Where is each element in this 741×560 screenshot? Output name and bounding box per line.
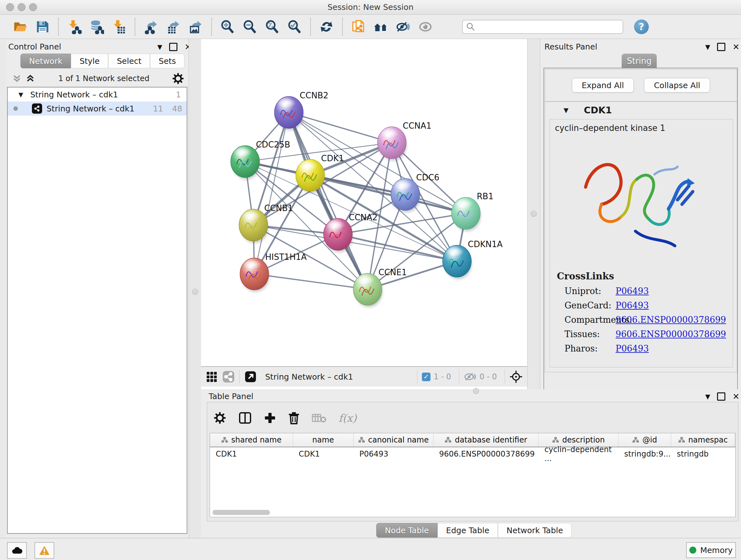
- show-all-button[interactable]: [414, 17, 436, 37]
- export-image-button[interactable]: [185, 17, 207, 37]
- open-in-new-window-icon[interactable]: [244, 370, 257, 383]
- column-header-@id[interactable]: @id: [618, 433, 671, 447]
- table-panel-close-icon[interactable]: ✕: [732, 392, 739, 401]
- cdk1-collapse-icon[interactable]: ▼: [563, 106, 568, 114]
- import-network-database-button[interactable]: [85, 17, 108, 37]
- network-options-gear-icon[interactable]: [172, 72, 184, 84]
- toolbar-separator: [211, 18, 212, 36]
- zoom-fit-content-button[interactable]: [261, 17, 283, 37]
- expand-all-networks-icon[interactable]: [25, 74, 36, 83]
- network-canvas[interactable]: CCNB2 CCNA1 CDC25B CDK1 CDC6 RB1: [201, 39, 527, 366]
- search-input[interactable]: [475, 22, 614, 32]
- node-CCNB1[interactable]: CCNB1: [239, 203, 293, 243]
- table-row[interactable]: CDK1CDK1P064939606.ENSP00000378699cyclin…: [210, 447, 735, 461]
- grid-view-icon[interactable]: [205, 371, 218, 383]
- create-column-plus-icon[interactable]: [264, 412, 276, 424]
- hide-selected-button[interactable]: [392, 17, 414, 37]
- column-header-name[interactable]: name: [293, 433, 354, 447]
- crosslink-link[interactable]: 9606.ENSP00000378699: [616, 315, 726, 325]
- tab-style[interactable]: Style: [71, 54, 108, 68]
- crosslink-label: Tissues:: [564, 329, 616, 339]
- new-network-from-selection-button[interactable]: [347, 17, 369, 37]
- zoom-in-button[interactable]: [216, 17, 239, 37]
- first-neighbors-button[interactable]: [369, 17, 392, 37]
- column-namespace-icon: [552, 437, 559, 443]
- help-button[interactable]: ?: [634, 19, 649, 34]
- edge-CCNB2-HIST1H1A[interactable]: [254, 112, 289, 274]
- edge-CCNB2-CCNA1[interactable]: [289, 112, 392, 143]
- collapse-all-networks-icon[interactable]: [11, 74, 22, 83]
- horizontal-scrollbar[interactable]: [212, 510, 270, 515]
- cloud-button[interactable]: [7, 542, 27, 559]
- node-label-CCNB2: CCNB2: [300, 91, 328, 100]
- crosslink-link[interactable]: P06493: [616, 286, 649, 296]
- results-panel-maximize-icon[interactable]: [717, 43, 725, 51]
- column-header-namespac[interactable]: namespac: [671, 433, 735, 447]
- save-session-button[interactable]: [31, 17, 54, 37]
- node-label-CCNB1: CCNB1: [264, 203, 293, 213]
- tab-edge-table[interactable]: Edge Table: [437, 523, 498, 538]
- collapse-all-button[interactable]: Collapse All: [644, 78, 710, 92]
- node-RB1[interactable]: RB1: [452, 192, 493, 231]
- expand-all-button[interactable]: Expand All: [572, 78, 634, 92]
- tab-network[interactable]: Network: [20, 54, 71, 68]
- tab-sets[interactable]: Sets: [150, 54, 185, 68]
- delete-table-icon: [312, 413, 327, 423]
- right-splitter-handle[interactable]: [531, 211, 537, 217]
- open-session-button[interactable]: [9, 17, 31, 37]
- search-box[interactable]: [462, 20, 623, 34]
- network-birds-eye-icon[interactable]: [222, 370, 235, 383]
- export-network-button[interactable]: [140, 17, 162, 37]
- crosslink-link[interactable]: 9606.ENSP00000378699: [616, 329, 726, 339]
- control-panel-float-icon[interactable]: ▼: [157, 43, 162, 51]
- crosslink-label: Pharos:: [564, 344, 616, 354]
- zoom-selected-button[interactable]: [283, 17, 306, 37]
- node-CCNE1[interactable]: CCNE1: [353, 267, 407, 307]
- network-tree: ▼ String Network – cdk1 1 String Network…: [7, 87, 187, 534]
- results-panel: Results Panel ▼ ✕ String Expand All Coll…: [541, 39, 741, 389]
- table-panel-splitter-handle[interactable]: [473, 388, 479, 394]
- memory-button[interactable]: Memory: [686, 542, 736, 558]
- tab-select[interactable]: Select: [108, 54, 150, 68]
- network-row[interactable]: String Network – cdk1 11 48: [8, 102, 187, 116]
- zoom-out-button[interactable]: [239, 17, 261, 37]
- node-HIST1H1A[interactable]: HIST1H1A: [240, 252, 307, 292]
- node-CDK1[interactable]: CDK1: [296, 153, 344, 193]
- crosslinks-list: Uniprot:P06493GeneCard:P06493Compartment…: [550, 286, 733, 354]
- crosslink-link[interactable]: P06493: [616, 300, 649, 310]
- edge-HIST1H1A-CCNE1[interactable]: [254, 274, 367, 289]
- show-columns-icon[interactable]: [239, 412, 252, 424]
- cloud-icon: [11, 546, 23, 555]
- left-panel-splitter[interactable]: [189, 39, 202, 538]
- tab-network-table[interactable]: Network Table: [498, 523, 571, 538]
- column-header-description[interactable]: description: [539, 433, 618, 447]
- table-panel-float-icon[interactable]: ▼: [705, 393, 710, 400]
- column-header-canonical-name[interactable]: canonical name: [354, 433, 433, 447]
- warnings-button[interactable]: [35, 542, 54, 559]
- export-table-button[interactable]: [162, 17, 185, 37]
- crosslink-link[interactable]: P06493: [616, 344, 649, 354]
- left-splitter-handle[interactable]: [192, 289, 198, 295]
- fit-selected-crosshair-icon[interactable]: [509, 370, 523, 383]
- selected-nodes-checkbox[interactable]: ✓: [422, 373, 430, 381]
- import-network-file-button[interactable]: [63, 17, 85, 37]
- zoom-out-icon: [243, 19, 257, 34]
- node-CDC6[interactable]: CDC6: [391, 173, 440, 212]
- control-panel-maximize-icon[interactable]: [169, 43, 178, 51]
- column-header-shared-name[interactable]: shared name: [210, 433, 293, 447]
- results-panel-close-icon[interactable]: ✕: [732, 42, 739, 52]
- network-collection-row[interactable]: ▼ String Network – cdk1 1: [8, 87, 187, 102]
- collection-expand-icon[interactable]: ▼: [18, 91, 23, 98]
- node-CCNB2[interactable]: CCNB2: [274, 91, 328, 130]
- results-panel-float-icon[interactable]: ▼: [705, 43, 710, 51]
- delete-column-trash-icon[interactable]: [288, 412, 300, 424]
- import-table-button[interactable]: [108, 17, 130, 37]
- table-options-gear-icon[interactable]: [213, 412, 226, 424]
- tab-node-table[interactable]: Node Table: [376, 523, 437, 538]
- node-CDKN1A[interactable]: CDKN1A: [443, 240, 502, 279]
- edge-CDK1-RB1[interactable]: [310, 175, 466, 213]
- table-panel-maximize-icon[interactable]: [717, 392, 725, 401]
- tab-string[interactable]: String: [622, 54, 657, 68]
- refresh-button[interactable]: [315, 17, 338, 37]
- column-header-database-identifier[interactable]: database identifier: [433, 433, 539, 447]
